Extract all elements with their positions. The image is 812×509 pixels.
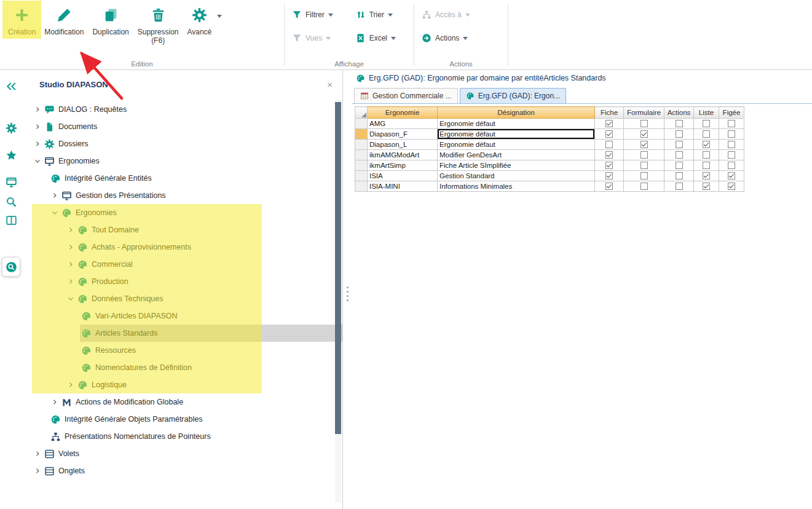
checkbox[interactable] xyxy=(641,162,648,169)
suppression-button[interactable]: Suppression (F6) xyxy=(133,2,183,48)
expander-icon[interactable] xyxy=(32,156,43,167)
column-header-fiche[interactable]: Fiche xyxy=(595,107,624,119)
row-indicator[interactable] xyxy=(355,171,368,181)
table-row[interactable]: Diapason_L Ergonomie défaut xyxy=(355,140,744,150)
tree-item-vari-articles-diapason[interactable]: Vari-Articles DIAPASON xyxy=(22,307,342,325)
checkbox[interactable] xyxy=(728,130,735,138)
checkbox[interactable] xyxy=(641,120,648,127)
row-indicator[interactable] xyxy=(355,160,368,171)
checkbox[interactable] xyxy=(703,130,710,138)
column-header-liste[interactable]: Liste xyxy=(694,107,719,119)
column-header-actions[interactable]: Actions xyxy=(664,107,694,119)
checkbox[interactable] xyxy=(703,141,710,148)
cell-figee[interactable] xyxy=(719,171,744,181)
tree-item-documents[interactable]: Documents xyxy=(22,118,342,135)
row-indicator[interactable] xyxy=(355,140,368,150)
row-indicator[interactable] xyxy=(355,150,368,160)
cell-ergonomie[interactable]: Diapason_F xyxy=(368,129,438,140)
sidebar-item-studio-search[interactable] xyxy=(2,257,20,277)
cell-formulaire[interactable] xyxy=(624,119,664,129)
modification-button[interactable]: Modification xyxy=(40,2,88,39)
tree-item-actions-de-modification-globale[interactable]: Actions de Modification Globale xyxy=(22,393,342,411)
sidebar-item-search[interactable] xyxy=(2,193,20,210)
checkbox[interactable] xyxy=(703,120,710,127)
cell-designation[interactable]: Gestion Standard xyxy=(438,171,595,181)
cell-formulaire[interactable] xyxy=(624,171,664,181)
tree-item-nomenclatures-de-definition[interactable]: Nomenclatures de Définition xyxy=(22,359,342,376)
cell-fiche[interactable] xyxy=(595,129,624,140)
tree-item-integrite-generale-entites[interactable]: Intégrité Générale Entités xyxy=(22,170,342,187)
cell-actions[interactable] xyxy=(664,129,694,140)
row-indicator-current[interactable] xyxy=(355,129,368,140)
excel-button[interactable]: Excel xyxy=(356,31,406,45)
checkbox[interactable] xyxy=(703,183,710,190)
trier-button[interactable]: Trier xyxy=(356,8,406,22)
cell-actions[interactable] xyxy=(664,171,694,181)
cell-liste[interactable] xyxy=(694,150,719,160)
expander-icon[interactable] xyxy=(49,190,60,201)
tree-item-dialog-requetes[interactable]: DIALOG : Requêtes xyxy=(22,101,342,118)
cell-ergonomie[interactable]: ikmAMGModArt xyxy=(368,150,438,160)
sidebar-item-favorites[interactable] xyxy=(2,146,20,164)
tree-item-integrite-generale-objets-parametrables[interactable]: Intégrité Générale Objets Paramétrables xyxy=(22,411,342,428)
table-row[interactable]: ISIA Gestion Standard xyxy=(355,171,744,181)
column-header-formulaire[interactable]: Formulaire xyxy=(624,107,664,119)
sidebar-item-layout[interactable] xyxy=(2,211,20,229)
cell-fiche[interactable] xyxy=(595,119,624,129)
cell-liste[interactable] xyxy=(694,119,719,129)
expander-icon[interactable] xyxy=(65,276,76,287)
checkbox[interactable] xyxy=(728,120,735,127)
table-row[interactable]: ikmAMGModArt Modifier GenDesArt xyxy=(355,150,744,160)
expander-icon[interactable] xyxy=(65,259,76,270)
column-header-ergonomie[interactable]: Ergonomie xyxy=(368,107,438,119)
checkbox[interactable] xyxy=(703,151,710,159)
expander-icon[interactable] xyxy=(32,121,43,132)
checkbox[interactable] xyxy=(676,183,683,190)
cell-figee[interactable] xyxy=(719,181,744,192)
checkbox[interactable] xyxy=(605,162,613,169)
table-row[interactable]: ikmArtSimp Fiche Article SImplifiée xyxy=(355,160,744,171)
sidebar-item-settings[interactable] xyxy=(2,119,20,136)
close-icon[interactable]: × xyxy=(327,80,333,89)
column-header-designation[interactable]: Désignation xyxy=(438,107,595,119)
checkbox[interactable] xyxy=(641,172,648,180)
checkbox[interactable] xyxy=(676,172,683,180)
collapse-panel-button[interactable] xyxy=(2,77,20,95)
vertical-splitter[interactable] xyxy=(343,70,352,509)
cell-actions[interactable] xyxy=(664,160,694,171)
actions-button[interactable]: Actions xyxy=(422,31,500,45)
cell-ergonomie[interactable]: AMG xyxy=(368,119,438,129)
select-all-header[interactable] xyxy=(355,107,368,119)
checkbox[interactable] xyxy=(605,172,613,180)
checkbox[interactable] xyxy=(703,162,710,169)
checkbox[interactable] xyxy=(676,162,683,169)
cell-fiche[interactable] xyxy=(595,171,624,181)
tree-item-presentations-nomenclatures-de-pointeurs[interactable]: Présentations Nomenclatures de Pointeurs xyxy=(22,428,342,445)
tree-item-articles-standards[interactable]: Articles Standards xyxy=(22,325,342,342)
cell-ergonomie[interactable]: Diapason_L xyxy=(368,140,438,150)
cell-liste[interactable] xyxy=(694,160,719,171)
checkbox[interactable] xyxy=(728,151,735,159)
tree-item-commercial[interactable]: Commercial xyxy=(22,256,342,273)
tree-item-logistique[interactable]: Logistique xyxy=(22,376,342,393)
checkbox[interactable] xyxy=(676,141,683,148)
cell-figee[interactable] xyxy=(719,160,744,171)
scrollbar-thumb[interactable] xyxy=(335,102,341,434)
cell-formulaire[interactable] xyxy=(624,129,664,140)
tree-scrollbar[interactable] xyxy=(335,100,341,503)
cell-formulaire[interactable] xyxy=(624,181,664,192)
table-row[interactable]: AMG Ergonomie défaut xyxy=(355,119,744,129)
checkbox[interactable] xyxy=(605,141,613,148)
cell-designation[interactable]: Fiche Article SImplifiée xyxy=(438,160,595,171)
cell-liste[interactable] xyxy=(694,181,719,192)
expander-icon[interactable] xyxy=(49,207,60,218)
row-indicator[interactable] xyxy=(355,119,368,129)
cell-fiche[interactable] xyxy=(595,150,624,160)
tree-item-tout-domaine[interactable]: Tout Domaine xyxy=(22,221,342,239)
cell-fiche[interactable] xyxy=(595,160,624,171)
cell-designation[interactable]: Ergonomie défaut xyxy=(438,140,595,150)
checkbox[interactable] xyxy=(605,120,613,127)
cell-ergonomie[interactable]: ISIA xyxy=(368,171,438,181)
column-header-figee[interactable]: Figée xyxy=(719,107,744,119)
tree-item-onglets[interactable]: Onglets xyxy=(22,462,342,479)
